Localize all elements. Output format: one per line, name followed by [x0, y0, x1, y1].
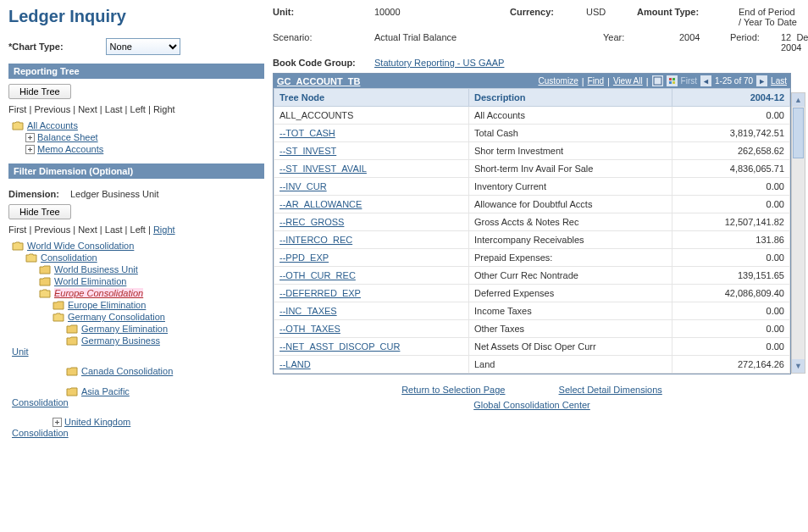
nav-first[interactable]: First — [8, 224, 26, 235]
expand-icon[interactable] — [25, 145, 35, 154]
tree-node[interactable]: World Wide Consolidation — [27, 241, 134, 251]
folder-icon — [66, 386, 78, 396]
folder-icon — [12, 241, 24, 251]
scroll-up-icon[interactable]: ▲ — [792, 93, 805, 107]
folder-icon — [39, 288, 51, 298]
nav-last[interactable]: Last — [105, 104, 123, 114]
tree-node[interactable]: Germany Consolidation — [68, 312, 165, 322]
description-cell: Other Curr Rec Nontrade — [469, 267, 672, 285]
book-code-label: Book Code Group: — [273, 58, 369, 68]
period-value: 12 Dec 2004 — [781, 32, 808, 53]
tree-all-accounts[interactable]: All Accounts — [27, 120, 78, 130]
scroll-thumb[interactable] — [793, 108, 804, 158]
table-row: --LANDLand272,164.26 — [274, 356, 790, 374]
nav-left[interactable]: Left — [130, 104, 146, 114]
amount-cell: 139,151.65 — [672, 267, 790, 285]
folder-icon — [25, 252, 37, 263]
select-detail-link[interactable]: Select Detail Dimensions — [559, 385, 662, 395]
amount-cell: 12,507,141.82 — [672, 213, 790, 231]
nav-previous[interactable]: Previous — [34, 104, 70, 114]
tree-node-link[interactable]: --INV_CUR — [279, 181, 327, 191]
scroll-down-icon[interactable]: ▼ — [792, 359, 805, 373]
tree-node[interactable]: United Kingdom — [64, 417, 130, 427]
col-amount[interactable]: 2004-12 — [672, 89, 790, 107]
page-title: Ledger Inquiry — [8, 7, 264, 26]
tree-node[interactable]: Asia Pacific — [81, 386, 130, 396]
tree-node[interactable]: World Business Unit — [54, 264, 138, 274]
tree-node-link[interactable]: --OTH_CUR_REC — [279, 270, 356, 280]
nav-previous[interactable]: Previous — [34, 224, 70, 235]
tree-node-wrap[interactable]: Consolidation — [12, 397, 69, 407]
col-description[interactable]: Description — [469, 89, 672, 107]
tree-node[interactable]: Canada Consolidation — [81, 366, 173, 376]
amount-cell: 42,086,809.40 — [672, 285, 790, 302]
nav-next[interactable]: Next — [78, 104, 97, 114]
table-row: --OTH_CUR_RECOther Curr Rec Nontrade139,… — [274, 267, 790, 285]
tree-node-link[interactable]: --AR_ALLOWANCE — [279, 199, 362, 209]
hide-tree-button-reporting[interactable]: Hide Tree — [8, 84, 71, 99]
grid-prev-icon[interactable]: ◄ — [700, 75, 711, 86]
tree-memo-accounts[interactable]: Memo Accounts — [37, 144, 103, 154]
grid-next-icon[interactable]: ► — [756, 75, 767, 86]
tree-node[interactable]: Germany Elimination — [81, 324, 168, 334]
grid-title[interactable]: GC_ACCOUNT_TB — [277, 76, 360, 86]
folder-icon — [39, 264, 51, 274]
nav-next[interactable]: Next — [78, 224, 97, 235]
grid-customize-link[interactable]: Customize — [538, 76, 578, 86]
tree-node-link[interactable]: --NET_ASST_DISCOP_CUR — [279, 341, 400, 352]
chart-type-select[interactable]: None — [106, 38, 180, 55]
tree-node-cell: ALL_ACCOUNTS — [274, 107, 469, 125]
svg-rect-9 — [672, 81, 675, 84]
amount-cell: 262,658.62 — [672, 142, 790, 160]
col-tree-node[interactable]: Tree Node — [274, 89, 469, 107]
nav-right[interactable]: Right — [153, 224, 175, 235]
grid-first-link[interactable]: First — [681, 76, 697, 86]
tree-node-link[interactable]: --ST_INVEST — [279, 146, 336, 156]
tree-node-link[interactable]: --INC_TAXES — [279, 306, 337, 316]
table-row: --INC_TAXESIncome Taxes0.00 — [274, 302, 790, 320]
table-row: ALL_ACCOUNTSAll Accounts0.00 — [274, 107, 790, 125]
amount-cell: 0.00 — [672, 320, 790, 338]
tree-node-link[interactable]: --TOT_CASH — [279, 128, 335, 138]
tree-node-wrap[interactable]: Unit — [12, 346, 29, 357]
tree-node-wrap[interactable]: Consolidation — [12, 428, 69, 438]
expand-icon[interactable] — [25, 133, 35, 142]
grid-viewall-link[interactable]: View All — [613, 76, 643, 86]
grid-last-link[interactable]: Last — [771, 76, 787, 86]
nav-first[interactable]: First — [8, 104, 26, 114]
folder-icon — [66, 324, 78, 334]
hide-tree-button-filter[interactable]: Hide Tree — [8, 204, 71, 219]
amount-cell: 4,836,065.71 — [672, 160, 790, 178]
return-selection-link[interactable]: Return to Selection Page — [401, 385, 505, 395]
scenario-value: Actual Trial Balance — [374, 32, 603, 53]
tree-node-link[interactable]: --LAND — [279, 359, 311, 369]
tree-node-link[interactable]: --DEFERRED_EXP — [279, 288, 361, 298]
tree-node-link[interactable]: --OTH_TAXES — [279, 324, 340, 334]
book-code-link[interactable]: Statutory Reporting - US GAAP — [374, 58, 504, 68]
nav-left[interactable]: Left — [130, 224, 146, 235]
zoom-icon[interactable] — [652, 75, 663, 86]
table-row: --INTERCO_RECIntercompany Receivables131… — [274, 231, 790, 249]
nav-last[interactable]: Last — [105, 224, 123, 235]
tree-node[interactable]: Europe Consolidation — [54, 288, 143, 298]
scenario-label: Scenario: — [273, 32, 374, 53]
expand-icon[interactable] — [53, 418, 62, 427]
tree-node-link[interactable]: --INTERCO_REC — [279, 235, 352, 245]
grid-scrollbar[interactable]: ▲ ▼ — [791, 92, 805, 374]
folder-icon — [53, 312, 64, 322]
tree-node[interactable]: Consolidation — [41, 252, 97, 263]
tree-node-link[interactable]: --REC_GROSS — [279, 217, 344, 227]
tree-balance-sheet[interactable]: Balance Sheet — [37, 132, 98, 142]
nav-right[interactable]: Right — [153, 104, 175, 114]
tree-node[interactable]: Germany Business — [81, 335, 160, 346]
tree-node-link[interactable]: --PPD_EXP — [279, 252, 329, 263]
grid-find-link[interactable]: Find — [588, 76, 604, 86]
tree-node[interactable]: World Elimination — [54, 276, 126, 286]
tree-node-link[interactable]: --ST_INVEST_AVAIL — [279, 163, 367, 174]
download-icon[interactable] — [667, 75, 678, 86]
amount-cell: 0.00 — [672, 302, 790, 320]
description-cell: Shor term Investment — [469, 142, 672, 160]
tree-node[interactable]: Europe Elimination — [68, 300, 146, 310]
global-consolidation-link[interactable]: Global Consolidation Center — [473, 400, 590, 410]
description-cell: Net Assets Of Disc Oper Curr — [469, 338, 672, 356]
